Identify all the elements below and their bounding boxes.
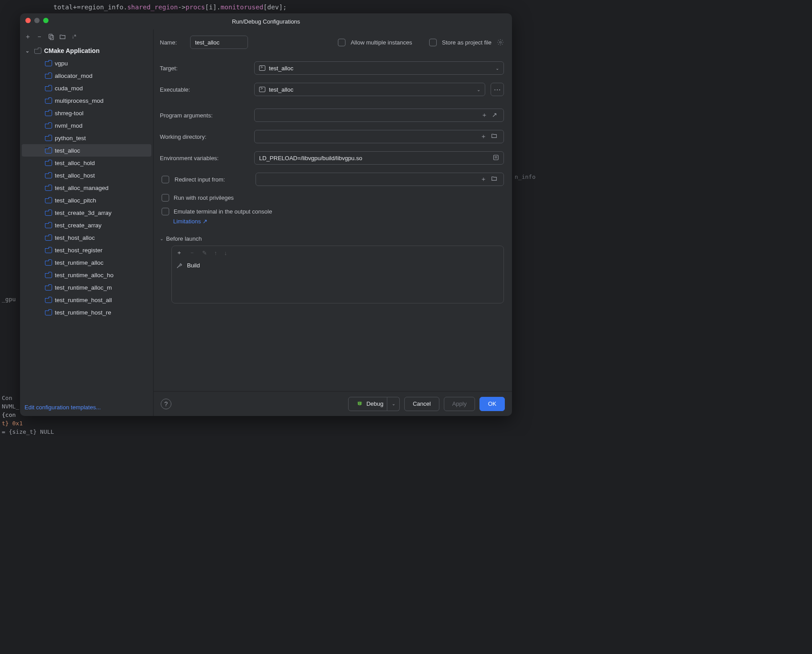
list-icon[interactable] bbox=[493, 154, 499, 162]
expand-icon[interactable]: ↗ bbox=[492, 111, 497, 119]
configuration-tree[interactable]: ⌄ CMake Application vgpuallocator_modcud… bbox=[20, 44, 153, 399]
gear-icon[interactable] bbox=[497, 39, 504, 46]
background-gpu-text: _gpu bbox=[2, 296, 16, 303]
tree-item-test_alloc[interactable]: test_alloc bbox=[22, 144, 151, 157]
tree-item-test_alloc_hold[interactable]: test_alloc_hold bbox=[20, 157, 153, 169]
tree-item-allocator_mod[interactable]: allocator_mod bbox=[20, 69, 153, 82]
add-task-button[interactable]: ＋ bbox=[176, 249, 182, 257]
allow-multiple-checkbox[interactable] bbox=[338, 39, 345, 46]
wd-input[interactable]: ＋ bbox=[254, 130, 504, 143]
emulate-terminal-checkbox[interactable] bbox=[162, 208, 169, 215]
tree-item-vgpu[interactable]: vgpu bbox=[20, 57, 153, 69]
tree-item-test_host_alloc[interactable]: test_host_alloc bbox=[20, 231, 153, 244]
limitations-link[interactable]: Limitations ↗ bbox=[173, 218, 207, 225]
background-code: total+=region_info.shared_region->procs[… bbox=[0, 0, 541, 14]
tree-item-multiprocess_mod[interactable]: multiprocess_mod bbox=[20, 94, 153, 107]
configuration-form: Name: test_alloc Allow multiple instance… bbox=[154, 29, 512, 416]
folder-configuration-button[interactable] bbox=[57, 32, 67, 41]
sort-configuration-button[interactable]: ↓ª bbox=[69, 32, 79, 41]
target-label: Target: bbox=[160, 65, 249, 72]
redirect-label: Redirect input from: bbox=[175, 176, 250, 183]
tree-item-label: test_create_3d_array bbox=[55, 210, 112, 216]
add-configuration-button[interactable]: ＋ bbox=[23, 32, 32, 41]
tree-root-cmake[interactable]: ⌄ CMake Application bbox=[20, 44, 153, 57]
target-select[interactable]: test_alloc ⌄ bbox=[254, 61, 504, 75]
help-button[interactable]: ? bbox=[161, 399, 171, 409]
plus-icon[interactable]: ＋ bbox=[480, 175, 487, 183]
move-down-button[interactable]: ↓ bbox=[224, 250, 227, 256]
plus-icon[interactable]: ＋ bbox=[480, 133, 487, 141]
root-priv-checkbox[interactable] bbox=[162, 194, 169, 202]
plus-icon[interactable]: ＋ bbox=[481, 111, 487, 119]
move-up-button[interactable]: ↑ bbox=[214, 250, 217, 256]
edit-task-button[interactable]: ✎ bbox=[202, 250, 207, 256]
before-launch-section[interactable]: ⌄ Before launch bbox=[160, 235, 504, 242]
tree-item-label: vgpu bbox=[55, 60, 68, 67]
tree-item-test_create_3d_array[interactable]: test_create_3d_array bbox=[20, 206, 153, 219]
dialog-title: Run/Debug Configurations bbox=[232, 18, 300, 25]
app-icon bbox=[34, 48, 41, 54]
cancel-button[interactable]: Cancel bbox=[404, 397, 439, 411]
tree-item-shrreg-tool[interactable]: shrreg-tool bbox=[20, 107, 153, 119]
chevron-down-icon: ⌄ bbox=[25, 48, 32, 54]
name-label: Name: bbox=[160, 39, 185, 46]
close-window-button[interactable] bbox=[25, 18, 31, 23]
tree-item-test_runtime_alloc_m[interactable]: test_runtime_alloc_m bbox=[20, 281, 153, 294]
zoom-window-button[interactable] bbox=[43, 18, 49, 23]
ok-button[interactable]: OK bbox=[479, 397, 505, 411]
executable-select[interactable]: test_alloc ⌄ bbox=[254, 83, 485, 96]
svg-rect-0 bbox=[49, 34, 52, 38]
build-task-item[interactable]: Build bbox=[172, 259, 503, 271]
remove-configuration-button[interactable]: － bbox=[34, 32, 44, 41]
tree-item-test_create_array[interactable]: test_create_array bbox=[20, 219, 153, 231]
folder-icon[interactable] bbox=[491, 175, 497, 183]
remove-task-button[interactable]: － bbox=[189, 249, 195, 257]
terminal-icon bbox=[259, 65, 265, 71]
tree-item-test_runtime_host_re[interactable]: test_runtime_host_re bbox=[20, 306, 153, 319]
tree-item-label: test_runtime_host_re bbox=[55, 309, 111, 316]
background-right-text: n_info bbox=[515, 174, 541, 180]
emulate-terminal-label: Emulate terminal in the output console bbox=[174, 208, 272, 215]
debug-button[interactable]: Debug bbox=[348, 397, 387, 411]
redirect-input[interactable]: ＋ bbox=[256, 173, 504, 186]
tree-item-label: multiprocess_mod bbox=[55, 97, 104, 104]
svg-rect-3 bbox=[494, 155, 499, 160]
minimize-window-button[interactable] bbox=[34, 18, 40, 23]
tree-item-test_alloc_managed[interactable]: test_alloc_managed bbox=[20, 182, 153, 194]
debug-dropdown[interactable]: ⌄ bbox=[387, 397, 400, 411]
window-controls bbox=[25, 18, 49, 23]
tree-item-python_test[interactable]: python_test bbox=[20, 132, 153, 144]
sidebar-toolbar: ＋ － ↓ª bbox=[20, 29, 153, 44]
tree-item-nvml_mod[interactable]: nvml_mod bbox=[20, 119, 153, 132]
svg-line-13 bbox=[361, 404, 362, 405]
app-icon bbox=[45, 259, 52, 266]
executable-more-button[interactable]: ⋯ bbox=[491, 83, 504, 96]
tree-item-test_host_register[interactable]: test_host_register bbox=[20, 244, 153, 256]
name-input[interactable]: test_alloc bbox=[190, 36, 248, 49]
store-project-checkbox[interactable] bbox=[429, 39, 437, 46]
before-launch-list: ＋ － ✎ ↑ ↓ Build bbox=[171, 246, 504, 303]
tree-item-test_runtime_host_all[interactable]: test_runtime_host_all bbox=[20, 294, 153, 306]
folder-icon[interactable] bbox=[491, 133, 497, 141]
redirect-checkbox[interactable] bbox=[162, 176, 169, 183]
tree-item-test_alloc_host[interactable]: test_alloc_host bbox=[20, 169, 153, 182]
chevron-down-icon: ⌄ bbox=[477, 87, 480, 92]
svg-point-2 bbox=[499, 41, 501, 43]
dialog-titlebar[interactable]: Run/Debug Configurations bbox=[20, 13, 512, 29]
tree-item-cuda_mod[interactable]: cuda_mod bbox=[20, 82, 153, 94]
svg-line-11 bbox=[361, 402, 362, 402]
copy-configuration-button[interactable] bbox=[46, 32, 56, 41]
tree-item-label: test_alloc bbox=[55, 147, 80, 154]
run-debug-dialog: Run/Debug Configurations ＋ － ↓ª ⌄ CMake … bbox=[20, 13, 512, 416]
tree-item-test_runtime_alloc[interactable]: test_runtime_alloc bbox=[20, 256, 153, 269]
tree-item-test_alloc_pitch[interactable]: test_alloc_pitch bbox=[20, 194, 153, 206]
edit-templates-link[interactable]: Edit configuration templates... bbox=[24, 404, 101, 411]
apply-button[interactable]: Apply bbox=[444, 397, 475, 411]
tree-item-test_runtime_alloc_ho[interactable]: test_runtime_alloc_ho bbox=[20, 269, 153, 281]
tree-item-label: cuda_mod bbox=[55, 85, 83, 92]
args-input[interactable]: ＋ ↗ bbox=[254, 109, 504, 122]
svg-line-12 bbox=[358, 404, 359, 405]
env-input[interactable]: LD_PRELOAD=/libvgpu/build/libvgpu.so bbox=[254, 151, 504, 165]
wd-label: Working directory: bbox=[160, 133, 249, 140]
configurations-sidebar: ＋ － ↓ª ⌄ CMake Application vgpuallocator… bbox=[20, 29, 154, 416]
